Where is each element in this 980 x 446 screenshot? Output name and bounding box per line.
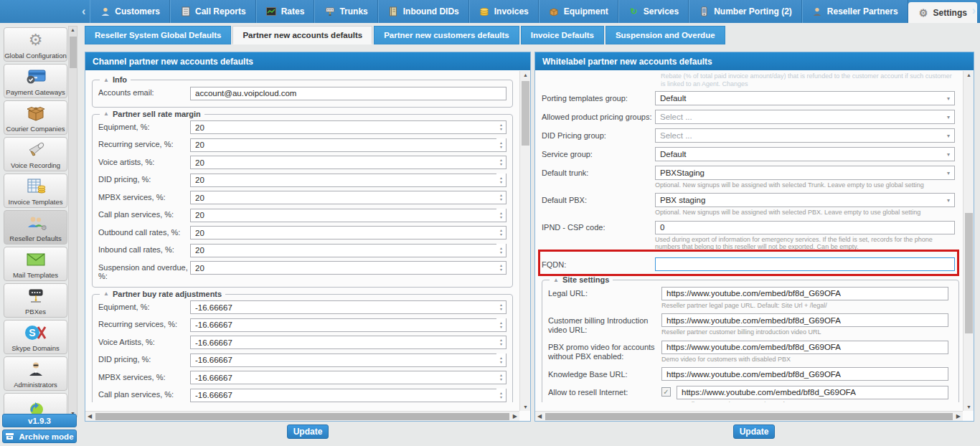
tab-settings[interactable]: ⚙ Settings <box>908 2 977 23</box>
scroll-up-icon[interactable]: ▲ <box>963 72 974 77</box>
nav-scroll-right-icon[interactable]: › <box>968 4 980 17</box>
left-panel-horizontal-scrollbar[interactable]: ◀ ▶ <box>85 411 519 421</box>
spinner-buttons[interactable]: ▴▾ <box>496 371 506 384</box>
sidebar-item-payment-gateways[interactable]: Payment Gateways <box>4 64 67 98</box>
billing-video-url-input[interactable] <box>661 313 948 327</box>
service-group-select[interactable]: Default▾ <box>655 147 955 161</box>
accounts-email-input[interactable] <box>190 87 507 100</box>
buy-recurring-input[interactable] <box>190 318 507 332</box>
buy-call-plan-input[interactable] <box>190 389 507 402</box>
tab-equipment[interactable]: Equipment <box>539 0 618 23</box>
scroll-right-icon[interactable]: ▶ <box>513 412 517 422</box>
tab-services[interactable]: ↻ Services <box>618 0 689 23</box>
buy-voice-artists-input[interactable] <box>190 336 507 349</box>
scroll-left-icon[interactable]: ◀ <box>88 412 92 422</box>
scroll-left-icon[interactable]: ◀ <box>537 412 542 422</box>
collapse-icon[interactable]: ▲ <box>103 77 109 83</box>
ipnd-csp-code-input[interactable] <box>655 221 955 234</box>
spinner-buttons[interactable]: ▴▾ <box>496 244 506 257</box>
sell-outbound-input[interactable] <box>190 226 507 239</box>
default-pbx-select[interactable]: PBX staging▾ <box>655 193 955 207</box>
sell-mpbx-input[interactable] <box>190 191 507 204</box>
left-panel-vertical-scrollbar[interactable]: ▲ ▼ <box>519 71 530 411</box>
sell-suspension-input[interactable] <box>190 261 507 275</box>
right-panel-vertical-scrollbar[interactable]: ▲ ▼ <box>963 71 974 411</box>
nav-scroll-left-icon[interactable]: ‹ <box>77 5 90 18</box>
tab-reseller-partners[interactable]: Reseller Partners <box>802 0 908 23</box>
subtab-invoice-defaults[interactable]: Invoice Defaults <box>521 26 604 44</box>
sidebar-item-voice-recording[interactable]: Voice Recording <box>4 137 67 171</box>
scrollbar-thumb[interactable] <box>545 413 953 420</box>
sidebar-item-mail-templates[interactable]: Mail Templates <box>4 247 67 281</box>
spinner-buttons[interactable]: ▴▾ <box>496 354 506 366</box>
tab-inbound-dids[interactable]: Inbound DIDs <box>378 0 469 23</box>
subtab-reseller-system-global-defaults[interactable]: Reseller System Global Defaults <box>85 26 231 44</box>
tab-trunks[interactable]: Trunks <box>314 0 377 23</box>
subtab-partner-new-accounts-defaults[interactable]: Partner new accounts defaults <box>232 26 372 44</box>
sidebar-item-administrators[interactable]: Administrators <box>4 356 67 391</box>
fqdn-input[interactable] <box>655 257 955 271</box>
sell-inbound-input[interactable] <box>190 244 507 257</box>
spinner-buttons[interactable]: ▴▾ <box>496 227 506 239</box>
legal-url-input[interactable] <box>661 287 948 300</box>
buy-did-pricing-input[interactable] <box>190 354 507 367</box>
pbx-promo-video-url-input[interactable] <box>661 341 948 354</box>
update-button-whitelabel[interactable]: Update <box>733 424 775 439</box>
scrollbar-thumb[interactable] <box>95 413 509 420</box>
spinner-buttons[interactable]: ▴▾ <box>496 138 506 151</box>
scroll-down-icon[interactable]: ▼ <box>520 404 531 409</box>
collapse-icon[interactable]: ▲ <box>103 290 109 297</box>
spinner-buttons[interactable]: ▴▾ <box>496 318 506 331</box>
collapse-icon[interactable]: ▲ <box>103 110 109 117</box>
collapse-icon[interactable]: ▲ <box>553 277 559 283</box>
archive-mode-button[interactable]: Archive mode <box>2 430 77 443</box>
sidebar-item-skype-domains[interactable]: S Skype Domains <box>4 320 67 354</box>
right-panel-horizontal-scrollbar[interactable]: ◀ ▶ <box>535 411 963 421</box>
allow-resell-internet-checkbox[interactable]: ✓ <box>661 387 671 397</box>
scroll-right-icon[interactable]: ▶ <box>956 412 961 422</box>
sidebar-item-invoice-templates[interactable]: Invoice Templates <box>4 174 67 208</box>
tab-invoices[interactable]: Invoices <box>469 0 539 23</box>
scrollbar-thumb[interactable] <box>70 37 77 68</box>
sidebar-item-pbxes[interactable]: PBXes <box>4 283 67 318</box>
subtab-partner-new-customers-defaults[interactable]: Partner new customers defaults <box>374 26 519 44</box>
subtab-suspension-and-overdue[interactable]: Suspension and Overdue <box>606 26 725 44</box>
sell-call-plan-input[interactable] <box>190 209 507 222</box>
spinner-buttons[interactable]: ▴▾ <box>496 174 506 186</box>
spinner-buttons[interactable]: ▴▾ <box>496 209 506 222</box>
default-trunk-select[interactable]: PBXStaging▾ <box>655 166 955 180</box>
sell-equipment-input[interactable] <box>190 120 507 134</box>
sidebar-scrollbar[interactable]: ▲ ▼ <box>68 26 77 417</box>
tab-customers[interactable]: Customers <box>90 0 170 23</box>
spinner-buttons[interactable]: ▴▾ <box>496 156 506 169</box>
spinner-buttons[interactable]: ▴▾ <box>496 121 506 134</box>
sell-voice-artists-input[interactable] <box>190 156 507 169</box>
sidebar-item-partial[interactable] <box>4 393 67 414</box>
spinner-buttons[interactable]: ▴▾ <box>496 336 506 349</box>
allowed-product-pricing-groups-select[interactable]: Select ...▾ <box>655 110 955 124</box>
buy-equipment-input[interactable] <box>190 300 507 314</box>
version-button[interactable]: v1.9.3 <box>2 414 77 427</box>
tab-call-reports[interactable]: Call Reports <box>170 0 256 23</box>
knowledge-base-url-input[interactable] <box>661 367 948 381</box>
sidebar-item-reseller-defaults[interactable]: ⚙ Reseller Defaults <box>4 210 67 245</box>
spinner-buttons[interactable]: ▴▾ <box>496 389 506 402</box>
sell-recurring-input[interactable] <box>190 138 507 152</box>
spinner-buttons[interactable]: ▴▾ <box>496 301 506 314</box>
scrollbar-thumb[interactable] <box>965 213 973 333</box>
sidebar-item-global-configuration[interactable]: ⚙ Global Configuration <box>4 27 67 62</box>
porting-templates-group-select[interactable]: Default▾ <box>655 91 955 105</box>
tab-rates[interactable]: Rates <box>256 0 315 23</box>
update-button-channel[interactable]: Update <box>287 424 329 439</box>
scroll-down-icon[interactable]: ▼ <box>963 404 974 409</box>
sidebar-item-courier-companies[interactable]: Courier Companies <box>4 100 67 135</box>
spinner-buttons[interactable]: ▴▾ <box>496 262 506 275</box>
sell-did-pricing-input[interactable] <box>190 174 507 187</box>
scrollbar-thumb[interactable] <box>522 81 529 146</box>
spinner-buttons[interactable]: ▴▾ <box>496 191 506 204</box>
internet-services-url-input[interactable] <box>677 386 948 399</box>
scroll-up-icon[interactable]: ▲ <box>520 72 531 77</box>
tab-number-porting[interactable]: Number Porting (2) <box>689 0 802 23</box>
buy-mpbx-input[interactable] <box>190 371 507 384</box>
scroll-up-icon[interactable]: ▲ <box>69 27 77 32</box>
